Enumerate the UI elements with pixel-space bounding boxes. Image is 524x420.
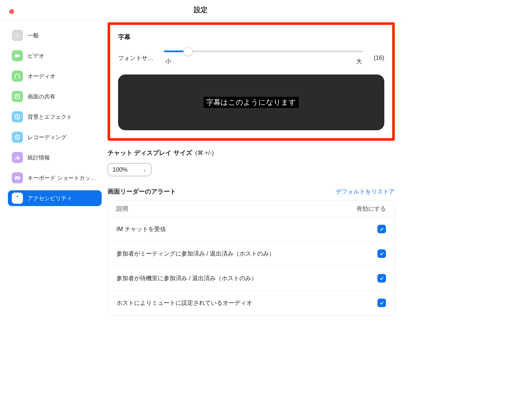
sidebar-item-share[interactable]: 画面の共有 [8, 89, 102, 104]
sidebar-item-stats[interactable]: 統計情報 [8, 150, 102, 165]
video-icon [12, 50, 23, 61]
alert-enable-checkbox[interactable] [377, 225, 386, 233]
sidebar-item-person[interactable]: 背景とエフェクト [8, 109, 102, 125]
slider-minmax: 小 大 [164, 57, 363, 65]
alert-description: 参加者がミーティングに参加済み / 退出済み（ホストのみ） [116, 250, 275, 258]
accessibility-icon [12, 193, 23, 204]
sidebar: 一般ビデオオーディオ画面の共有背景とエフェクトレコーディング統計情報キーボード … [0, 20, 108, 322]
chat-display-hint: (⌘ +/-) [195, 149, 214, 157]
slider-max-label: 大 [356, 57, 362, 65]
font-size-row: フォントサ… 小 大 (16) [118, 51, 384, 65]
person-icon [12, 111, 23, 122]
slider-thumb[interactable] [183, 47, 192, 56]
svg-point-13 [16, 177, 16, 178]
keyboard-icon [12, 172, 23, 183]
sidebar-item-label: アクセシビリティ [28, 195, 72, 202]
sidebar-item-label: キーボード ショートカッ… [28, 174, 96, 182]
svg-rect-12 [15, 177, 20, 179]
chat-display-size-dropdown[interactable]: 100% ⌄ [108, 163, 151, 176]
alert-description: ホストによりミュートに設定されているオーディオ [116, 299, 252, 307]
chevron-down-icon: ⌄ [143, 167, 147, 172]
font-size-label: フォントサ… [118, 54, 157, 62]
alert-row: 参加者がミーティングに参加済み / 退出済み（ホストのみ） [108, 241, 394, 266]
font-size-value: (16) [370, 54, 384, 61]
svg-rect-2 [15, 77, 16, 78]
alert-description: IM チャットを受信 [116, 225, 166, 233]
svg-point-8 [17, 136, 18, 138]
gear-icon [12, 30, 23, 41]
svg-rect-9 [15, 158, 16, 159]
sidebar-item-label: レコーディング [28, 134, 67, 141]
headphones-icon [12, 71, 23, 82]
caption-preview: 字幕はこのようになります [118, 74, 384, 130]
sidebar-item-label: ビデオ [28, 52, 44, 60]
slider-min-label: 小 [165, 57, 171, 65]
alert-enable-checkbox[interactable] [377, 249, 386, 258]
sidebar-item-label: 一般 [28, 32, 39, 39]
alert-row: 参加者が待機室に参加済み / 退出済み（ホストのみ） [108, 266, 394, 290]
alert-enable-checkbox[interactable] [377, 274, 386, 283]
restore-defaults-link[interactable]: デフォルトをリストア [336, 188, 395, 196]
check-icon [379, 251, 384, 256]
sidebar-item-label: オーディオ [28, 73, 55, 80]
alert-row: ホストによりミュートに設定されているオーディオ [108, 290, 394, 315]
sidebar-item-gear[interactable]: 一般 [8, 28, 102, 43]
sidebar-item-record[interactable]: レコーディング [8, 129, 102, 145]
check-icon [379, 300, 384, 305]
close-window-button[interactable] [9, 9, 14, 14]
sidebar-item-video[interactable]: ビデオ [8, 48, 102, 64]
main-panel: 字幕 フォントサ… 小 大 (16) 字幕はこのようになります [108, 20, 401, 322]
svg-rect-11 [18, 157, 19, 159]
share-icon [12, 91, 23, 102]
record-icon [12, 132, 23, 143]
chat-display-label-row: チャット ディスプレイ サイズ (⌘ +/-) [108, 149, 395, 157]
sidebar-item-keyboard[interactable]: キーボード ショートカッ… [8, 170, 102, 186]
svg-point-0 [17, 35, 18, 36]
alerts-heading: 画面リーダーのアラート [108, 187, 176, 196]
svg-point-14 [17, 177, 17, 178]
stats-icon [12, 152, 23, 163]
col-enable: 有効にする [356, 205, 386, 213]
captions-section-highlight: 字幕 フォントサ… 小 大 (16) 字幕はこのようになります [108, 22, 395, 141]
svg-rect-16 [16, 178, 19, 179]
alerts-table-head: 説明 有効にする [108, 201, 394, 217]
alert-description: 参加者が待機室に参加済み / 退出済み（ホストのみ） [116, 274, 257, 282]
sidebar-item-label: 背景とエフェクト [28, 113, 72, 121]
sidebar-item-accessibility[interactable]: アクセシビリティ [8, 190, 102, 206]
chat-display-value: 100% [112, 166, 128, 173]
col-description: 説明 [116, 205, 128, 213]
font-size-slider[interactable]: 小 大 [164, 51, 363, 65]
sidebar-item-headphones[interactable]: オーディオ [8, 68, 102, 84]
alerts-header-row: 画面リーダーのアラート デフォルトをリストア [108, 187, 395, 196]
captions-heading: 字幕 [118, 33, 384, 41]
content: 一般ビデオオーディオ画面の共有背景とエフェクトレコーディング統計情報キーボード … [0, 20, 401, 322]
svg-point-15 [18, 177, 19, 178]
sidebar-item-label: 統計情報 [28, 154, 50, 161]
svg-rect-1 [15, 54, 18, 57]
svg-rect-3 [19, 77, 20, 78]
window-title: 設定 [194, 5, 208, 14]
alert-row: IM チャットを受信 [108, 217, 394, 241]
svg-rect-10 [17, 156, 18, 160]
caption-preview-text: 字幕はこのようになります [204, 97, 299, 108]
check-icon [379, 276, 384, 281]
sidebar-item-label: 画面の共有 [28, 93, 55, 100]
alerts-table: 説明 有効にする IM チャットを受信参加者がミーティングに参加済み / 退出済… [108, 200, 395, 315]
chat-display-label: チャット ディスプレイ サイズ [108, 149, 192, 157]
titlebar: 設定 [0, 0, 401, 20]
svg-point-6 [17, 116, 18, 117]
check-icon [379, 226, 384, 232]
svg-point-17 [17, 196, 18, 197]
alert-enable-checkbox[interactable] [377, 299, 386, 307]
slider-track [164, 51, 363, 52]
